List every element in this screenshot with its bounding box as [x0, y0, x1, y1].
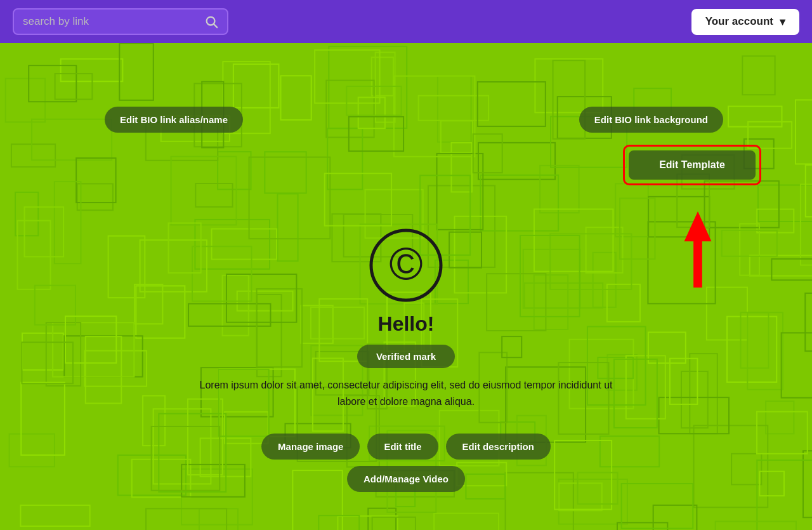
search-icon — [204, 15, 218, 29]
account-button[interactable]: Your account ▾ — [691, 9, 799, 35]
main-content: Edit BIO link alias/name Edit BIO link b… — [0, 43, 812, 530]
account-button-label: Your account — [705, 15, 773, 28]
edit-bio-alias-button[interactable]: Edit BIO link alias/name — [105, 107, 243, 133]
edit-title-button[interactable]: Edit title — [367, 434, 438, 460]
add-video-button[interactable]: Add/Manage Video — [347, 466, 465, 492]
search-input[interactable] — [23, 15, 198, 28]
manage-image-button[interactable]: Manage image — [261, 434, 360, 460]
svg-marker-2 — [684, 211, 712, 288]
edit-template-highlight: Edit Template — [623, 145, 761, 185]
edit-template-button[interactable]: Edit Template — [629, 150, 756, 180]
svg-text:©: © — [389, 238, 422, 289]
svg-line-1 — [214, 24, 217, 27]
search-box — [13, 8, 228, 35]
profile-logo: © — [368, 227, 444, 303]
edit-description-button[interactable]: Edit description — [446, 434, 551, 460]
profile-description: Lorem ipsum dolor sit amet, consectetur … — [190, 377, 622, 409]
action-buttons: Manage image Edit title Edit description… — [261, 434, 551, 492]
action-row-2: Add/Manage Video — [347, 466, 465, 492]
header: Your account ▾ — [0, 0, 812, 43]
profile-section: © Hello! Verified mark Lorem ipsum dolor… — [178, 227, 634, 409]
action-row-1: Manage image Edit title Edit description — [261, 434, 551, 460]
red-arrow-indicator — [679, 211, 717, 288]
edit-bio-bg-button[interactable]: Edit BIO link background — [579, 107, 723, 133]
profile-title: Hello! — [378, 312, 435, 336]
chevron-down-icon: ▾ — [780, 15, 785, 29]
verified-mark-button[interactable]: Verified mark — [357, 345, 455, 368]
